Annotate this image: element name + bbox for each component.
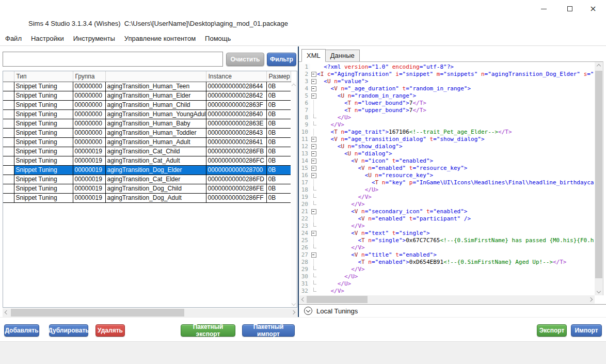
code-text: <V n="icon" t="enabled"> bbox=[317, 157, 433, 165]
table-cell: agingTransition_Human_Teen bbox=[105, 82, 206, 91]
column-header-6[interactable]: Размер bbox=[266, 71, 291, 82]
fold-guide bbox=[310, 121, 317, 129]
editor-horizontal-scrollbar[interactable] bbox=[299, 295, 595, 304]
table-row[interactable]: Snippet Tuning00000000agingTransition_Hu… bbox=[3, 109, 291, 119]
code-text: <T n="lower_bound">7</T> bbox=[317, 100, 426, 107]
fold-toggle[interactable] bbox=[310, 165, 317, 172]
fold-toggle[interactable] bbox=[310, 92, 317, 100]
clear-button[interactable]: Очистить bbox=[226, 53, 264, 66]
table-vertical-scrollbar[interactable] bbox=[291, 82, 297, 307]
table-horizontal-scrollbar[interactable] bbox=[3, 308, 297, 317]
menu-item-2[interactable]: Настройки bbox=[26, 32, 69, 45]
удалять-button[interactable]: Удалять bbox=[95, 324, 125, 337]
line-number: 10 bbox=[299, 129, 310, 136]
column-header-2[interactable]: Тип bbox=[14, 71, 73, 82]
line-number: 6 bbox=[299, 100, 310, 107]
scrollbar-thumb[interactable] bbox=[307, 296, 368, 303]
table-row[interactable]: Snippet Tuning00000019agingTransition_Do… bbox=[3, 193, 291, 202]
line-number: 4 bbox=[299, 85, 310, 92]
menu-item-4[interactable]: Управление контентом bbox=[120, 32, 200, 45]
code-line: 3 <U n="value"> bbox=[299, 78, 603, 85]
импорт-button[interactable]: Импорт bbox=[571, 324, 602, 337]
fold-toggle[interactable] bbox=[310, 157, 317, 165]
fold-toggle[interactable] bbox=[310, 208, 317, 215]
table-row[interactable]: Snippet Tuning00000019agingTransition_Do… bbox=[3, 165, 291, 175]
menu-item-1[interactable]: Файл bbox=[1, 32, 26, 45]
code-text: <V n="enabled" t="participant" /> bbox=[317, 215, 471, 223]
column-header-1[interactable] bbox=[3, 71, 14, 82]
table-row[interactable]: Snippet Tuning00000019agingTransition_Ca… bbox=[3, 175, 291, 184]
fold-toggle[interactable] bbox=[310, 150, 317, 157]
code-text: </V> bbox=[317, 244, 365, 251]
table-row[interactable]: Snippet Tuning00000000agingTransition_Hu… bbox=[3, 128, 291, 137]
scrollbar-thumb[interactable] bbox=[11, 309, 184, 316]
table-cell: 0B bbox=[266, 165, 291, 175]
column-header-5[interactable]: Instance bbox=[206, 71, 266, 82]
code-text: <U n="random_in_range"> bbox=[317, 92, 416, 100]
code-text: <V n="enabled" t="resource_key"> bbox=[317, 165, 467, 172]
экспорт-button[interactable]: Экспорт bbox=[537, 324, 567, 337]
table-cell: Snippet Tuning bbox=[14, 137, 73, 147]
table-row[interactable]: Snippet Tuning00000019agingTransition_Do… bbox=[3, 184, 291, 193]
close-button[interactable]: × bbox=[581, 2, 605, 15]
table-row[interactable]: Snippet Tuning00000000agingTransition_Hu… bbox=[3, 82, 291, 91]
line-number: 20 bbox=[299, 201, 310, 208]
fold-toggle[interactable] bbox=[310, 172, 317, 179]
scrollbar-thumb[interactable] bbox=[595, 71, 602, 278]
table-cell: agingTransition_Dog_Elder bbox=[105, 165, 206, 175]
table-cell bbox=[3, 193, 14, 202]
minimize-icon bbox=[541, 9, 547, 9]
fold-toggle[interactable] bbox=[310, 78, 317, 85]
tab-xml[interactable]: XML bbox=[301, 49, 326, 62]
fold-toggle[interactable] bbox=[310, 71, 317, 78]
menu-item-5[interactable]: Помощь bbox=[200, 32, 235, 45]
scroll-up-icon bbox=[597, 64, 601, 68]
editor-vertical-scrollbar[interactable] bbox=[595, 62, 603, 295]
expander-toggle[interactable] bbox=[304, 307, 312, 315]
пакетный-импорт-button[interactable]: Пакетный импорт bbox=[242, 324, 295, 337]
column-header-4[interactable] bbox=[105, 71, 206, 82]
table-cell bbox=[3, 165, 14, 175]
table-cell: Snippet Tuning bbox=[14, 119, 73, 128]
fold-toggle[interactable] bbox=[310, 230, 317, 237]
table-cell: agingTransition_Cat_Child bbox=[105, 147, 206, 156]
table-row[interactable]: Snippet Tuning00000000agingTransition_Hu… bbox=[3, 91, 291, 100]
table-row[interactable]: Snippet Tuning00000000agingTransition_Hu… bbox=[3, 137, 291, 147]
minimize-button[interactable] bbox=[532, 2, 555, 15]
line-number: 32 bbox=[299, 288, 310, 295]
code-line: 15 <V n="enabled" t="resource_key"> bbox=[299, 165, 603, 172]
table-row[interactable]: Snippet Tuning00000019agingTransition_Ca… bbox=[3, 147, 291, 156]
table-cell bbox=[3, 156, 14, 165]
table-cell: 0000000000028640 bbox=[206, 109, 266, 119]
column-header-3[interactable]: Группа bbox=[73, 71, 105, 82]
добавлять-button[interactable]: Добавлять bbox=[4, 324, 39, 337]
table-row[interactable]: Snippet Tuning00000019agingTransition_Ca… bbox=[3, 156, 291, 165]
table-row[interactable]: Snippet Tuning00000000agingTransition_Hu… bbox=[3, 119, 291, 128]
fold-guide bbox=[310, 288, 317, 295]
code-line: 17 <T n="key" p="InGame\UI\Icons\Headlin… bbox=[299, 179, 603, 186]
code-line: 23 </V> bbox=[299, 223, 603, 230]
code-text: <V n="text" t="single"> bbox=[317, 230, 430, 237]
table-cell: Snippet Tuning bbox=[14, 175, 73, 184]
code-text: <T n="age_trait">167106<!--trait_Pet_age… bbox=[317, 129, 512, 136]
table-cell: agingTransition_Human_Adult bbox=[105, 137, 206, 147]
menu-item-3[interactable]: Инструменты bbox=[69, 32, 120, 45]
fold-toggle[interactable] bbox=[310, 251, 317, 259]
code-line: 32 </V> bbox=[299, 288, 603, 295]
fold-toggle[interactable] bbox=[310, 85, 317, 92]
table-cell: agingTransition_Cat_Adult bbox=[105, 156, 206, 165]
fold-toggle[interactable] bbox=[310, 136, 317, 143]
дублировать-button[interactable]: Дублировать bbox=[49, 324, 88, 337]
table-row[interactable]: Snippet Tuning00000000agingTransition_Hu… bbox=[3, 100, 291, 109]
xml-editor[interactable]: 1 <?xml version="1.0" encoding="utf-8"?>… bbox=[299, 61, 603, 295]
line-number: 15 bbox=[299, 165, 310, 172]
tab-data[interactable]: Данные bbox=[325, 50, 360, 62]
filter-button[interactable]: Фильтр bbox=[267, 53, 296, 66]
пакетный-экспорт-button[interactable]: Пакетный экспорт bbox=[181, 324, 235, 337]
fold-guide bbox=[310, 100, 317, 107]
table-cell bbox=[3, 91, 14, 100]
fold-toggle[interactable] bbox=[310, 143, 317, 150]
table-cell: Snippet Tuning bbox=[14, 128, 73, 137]
search-input[interactable] bbox=[3, 52, 223, 67]
maximize-button[interactable] bbox=[558, 2, 582, 15]
